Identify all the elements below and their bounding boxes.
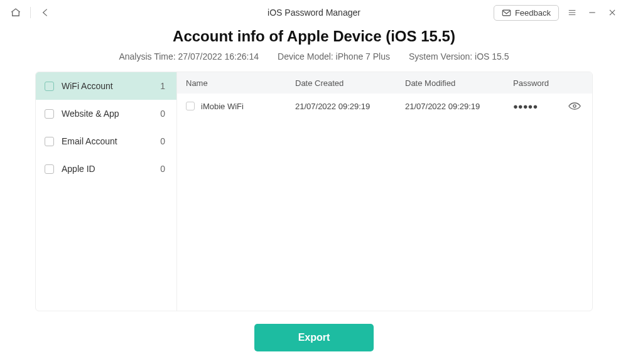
cell-name: iMobie WiFi (182, 102, 295, 111)
eye-icon (568, 102, 581, 110)
svg-point-1 (573, 105, 576, 107)
sidebar-item-count: 1 (160, 81, 165, 91)
main-content: WiFi Account 1 Website & App 0 Email Acc… (35, 72, 593, 311)
home-icon[interactable] (9, 6, 23, 19)
sidebar-item-wifi-account[interactable]: WiFi Account 1 (36, 72, 176, 100)
titlebar-left (9, 6, 52, 19)
sidebar-item-count: 0 (160, 109, 165, 119)
cell-password: ●●●●● (513, 102, 562, 111)
sidebar-item-label: Website & App (62, 109, 119, 119)
sidebar-item-website-app[interactable]: Website & App 0 (36, 100, 176, 127)
cell-modified: 21/07/2022 09:29:19 (405, 102, 513, 111)
sidebar-item-label: Apple ID (62, 164, 95, 174)
sidebar-checkbox[interactable] (45, 109, 54, 119)
page-title: Account info of Apple Device (iOS 15.5) (0, 28, 628, 45)
svg-rect-0 (502, 10, 511, 16)
col-header-modified: Date Modified (405, 78, 513, 88)
analysis-time: Analysis Time: 27/07/2022 16:26:14 (119, 51, 259, 62)
feedback-label: Feedback (515, 8, 551, 18)
cell-created: 21/07/2022 09:29:19 (295, 102, 405, 111)
sidebar-item-apple-id[interactable]: Apple ID 0 (36, 155, 176, 183)
titlebar: iOS Password Manager Feedback (0, 0, 628, 25)
titlebar-right: Feedback (494, 5, 619, 21)
app-title: iOS Password Manager (268, 8, 360, 18)
sidebar-item-label: WiFi Account (62, 81, 113, 91)
sidebar-item-label: Email Account (62, 136, 117, 146)
row-checkbox[interactable] (186, 102, 195, 110)
sidebar: WiFi Account 1 Website & App 0 Email Acc… (36, 72, 177, 311)
table-row[interactable]: iMobie WiFi 21/07/2022 09:29:19 21/07/20… (177, 94, 592, 119)
device-model: Device Model: iPhone 7 Plus (278, 51, 390, 62)
page-subtitle: Analysis Time: 27/07/2022 16:26:14 Devic… (0, 51, 628, 62)
close-icon[interactable] (605, 6, 619, 19)
col-header-name: Name (182, 78, 295, 88)
row-name-text: iMobie WiFi (201, 102, 244, 111)
back-icon[interactable] (38, 6, 52, 19)
sidebar-checkbox[interactable] (45, 137, 54, 146)
minimize-icon[interactable] (585, 6, 599, 19)
sidebar-item-email-account[interactable]: Email Account 0 (36, 127, 176, 155)
table-area: Name Date Created Date Modified Password… (177, 72, 592, 311)
system-version: System Version: iOS 15.5 (409, 51, 509, 62)
titlebar-separator (30, 7, 31, 18)
export-button[interactable]: Export (254, 324, 374, 351)
col-header-password: Password (513, 78, 562, 88)
export-bar: Export (0, 324, 628, 351)
sidebar-item-count: 0 (160, 164, 165, 174)
mail-icon (502, 9, 511, 17)
table-header: Name Date Created Date Modified Password (177, 72, 592, 94)
reveal-password-button[interactable] (562, 102, 587, 110)
col-header-created: Date Created (295, 78, 405, 88)
sidebar-checkbox[interactable] (45, 82, 54, 91)
menu-icon[interactable] (565, 6, 579, 19)
sidebar-item-count: 0 (160, 136, 165, 146)
sidebar-checkbox[interactable] (45, 164, 54, 174)
feedback-button[interactable]: Feedback (494, 5, 559, 21)
